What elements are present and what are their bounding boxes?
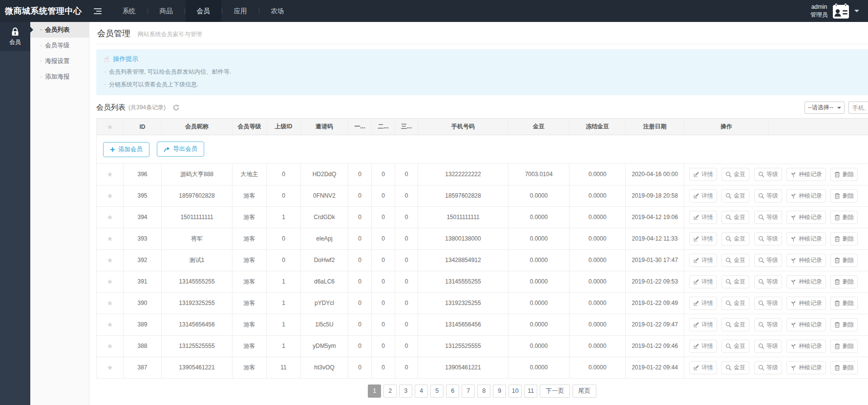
gold-button[interactable]: 金豆	[721, 361, 749, 374]
level-button[interactable]: 等级	[754, 254, 782, 267]
delete-button[interactable]: 删除	[830, 297, 858, 310]
delete-button[interactable]: 删除	[830, 254, 858, 267]
user-area[interactable]: admin 管理员	[810, 3, 868, 20]
detail-button[interactable]: 详情	[689, 254, 717, 267]
page-button[interactable]: 1	[368, 385, 381, 398]
page-button[interactable]: 3	[399, 385, 412, 398]
level-button[interactable]: 等级	[754, 211, 782, 224]
plant-record-button[interactable]: 种植记录	[786, 361, 826, 374]
delete-button[interactable]: 删除	[830, 189, 858, 202]
star-icon[interactable]: ★	[107, 213, 113, 221]
level-button[interactable]: 等级	[754, 361, 782, 374]
search-icon	[758, 279, 764, 285]
level-button[interactable]: 等级	[754, 232, 782, 245]
detail-button[interactable]: 详情	[689, 340, 717, 353]
detail-button[interactable]: 详情	[689, 275, 717, 288]
page-button[interactable]: 6	[446, 385, 459, 398]
rail-item-member[interactable]: 会员	[0, 22, 30, 51]
plant-record-button[interactable]: 种植记录	[786, 211, 826, 224]
cell-level2-count: 0	[372, 206, 395, 228]
topbar-nav-item[interactable]: 应用	[223, 0, 258, 22]
plant-record-button[interactable]: 种植记录	[786, 297, 826, 310]
delete-button[interactable]: 删除	[830, 232, 858, 245]
gold-button[interactable]: 金豆	[721, 254, 749, 267]
star-icon[interactable]: ★	[107, 342, 113, 350]
sidebar-item[interactable]: 添加海报	[30, 69, 89, 84]
star-icon[interactable]: ★	[107, 235, 113, 243]
level-button[interactable]: 等级	[754, 297, 782, 310]
plant-record-button[interactable]: 种植记录	[786, 189, 826, 202]
page-button[interactable]: 8	[477, 385, 490, 398]
page-button[interactable]: 11	[524, 385, 537, 398]
topbar-nav-item[interactable]: 会员	[186, 0, 221, 22]
detail-button[interactable]: 详情	[689, 232, 717, 245]
plant-record-button[interactable]: 种植记录	[786, 254, 826, 267]
page-button[interactable]: 10	[508, 385, 522, 398]
delete-button[interactable]: 删除	[830, 211, 858, 224]
delete-button[interactable]: 删除	[830, 168, 858, 181]
star-icon[interactable]: ★	[107, 170, 113, 178]
detail-button[interactable]: 详情	[689, 318, 717, 331]
detail-button[interactable]: 详情	[689, 189, 717, 202]
chevron-down-icon[interactable]	[854, 10, 859, 15]
sidebar-item[interactable]: 海报设置	[30, 53, 89, 69]
sidebar-item[interactable]: 会员列表	[30, 22, 89, 38]
plant-record-button[interactable]: 种植记录	[786, 232, 826, 245]
level-button[interactable]: 等级	[754, 318, 782, 331]
gold-button[interactable]: 金豆	[721, 189, 749, 202]
star-icon[interactable]: ★	[107, 299, 113, 307]
level-button[interactable]: 等级	[754, 275, 782, 288]
detail-button[interactable]: 详情	[689, 297, 717, 310]
plant-record-button[interactable]: 种植记录	[786, 318, 826, 331]
filter-area: --请选择--	[804, 101, 868, 114]
topbar-nav-item[interactable]: 商品	[148, 0, 184, 22]
gold-button[interactable]: 金豆	[721, 232, 749, 245]
gold-button[interactable]: 金豆	[721, 340, 749, 353]
edit-icon	[693, 322, 699, 328]
search-input[interactable]	[848, 101, 868, 114]
avatar[interactable]	[832, 3, 850, 20]
gold-button[interactable]: 金豆	[721, 297, 749, 310]
cell-frozen-gold: 0.0000	[570, 292, 626, 314]
page-button[interactable]: 7	[462, 385, 475, 398]
page-button[interactable]: 2	[383, 385, 397, 398]
next-page-button[interactable]: 下一页	[540, 385, 570, 398]
plant-record-button[interactable]: 种植记录	[786, 275, 826, 288]
level-button[interactable]: 等级	[754, 340, 782, 353]
plant-record-button[interactable]: 种植记录	[786, 168, 826, 181]
delete-button[interactable]: 删除	[830, 275, 858, 288]
last-page-button[interactable]: 尾页	[572, 385, 596, 398]
cell-phone: 13905461221	[418, 357, 508, 378]
plant-record-button[interactable]: 种植记录	[786, 340, 826, 353]
page-button[interactable]: 5	[430, 385, 444, 398]
level-button[interactable]: 等级	[754, 168, 782, 181]
page-button[interactable]: 9	[493, 385, 506, 398]
star-icon[interactable]: ★	[107, 321, 113, 328]
gold-button[interactable]: 金豆	[721, 168, 749, 181]
cell-level: 游客	[233, 314, 267, 335]
menu-toggle-icon[interactable]	[94, 0, 105, 22]
detail-button[interactable]: 详情	[689, 361, 717, 374]
gold-button[interactable]: 金豆	[721, 275, 749, 288]
star-icon[interactable]: ★	[107, 256, 113, 264]
star-icon[interactable]: ★	[107, 364, 113, 371]
page-button[interactable]: 4	[415, 385, 428, 398]
topbar-nav-item[interactable]: 系统	[111, 0, 147, 22]
star-icon[interactable]: ★	[107, 278, 113, 285]
detail-button[interactable]: 详情	[689, 211, 717, 224]
delete-button[interactable]: 删除	[830, 318, 858, 331]
level-button[interactable]: 等级	[754, 189, 782, 202]
refresh-icon[interactable]	[172, 104, 180, 111]
delete-button[interactable]: 删除	[830, 361, 858, 374]
topbar-nav-item[interactable]: 农场	[260, 0, 296, 22]
export-member-button[interactable]: 导出会员	[157, 142, 204, 157]
gold-button[interactable]: 金豆	[721, 211, 749, 224]
gold-button[interactable]: 金豆	[721, 318, 749, 331]
detail-button[interactable]: 详情	[689, 168, 717, 181]
delete-button[interactable]: 删除	[830, 340, 858, 353]
filter-select[interactable]: --请选择--	[804, 101, 845, 114]
star-icon[interactable]: ★	[107, 192, 113, 200]
sidebar-item[interactable]: 会员等级	[30, 38, 89, 53]
add-member-button[interactable]: 添加会员	[103, 142, 149, 157]
plus-icon	[110, 147, 115, 152]
